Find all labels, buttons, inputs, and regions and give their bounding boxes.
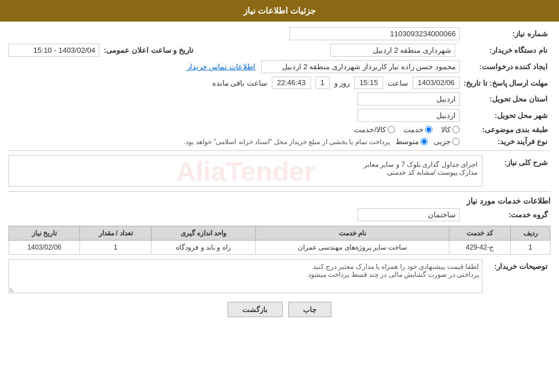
description-label: شرح کلی نیاز: [482, 155, 550, 167]
page-container: جزئیات اطلاعات نیاز شماره نیاز: 11030932… [0, 0, 559, 392]
city-label: شهر محل تحویل: [460, 111, 550, 120]
need-number-value: 1103093234000066 [289, 27, 460, 40]
purchase-motavasset[interactable]: متوسط [396, 137, 428, 146]
divider-2 [9, 191, 550, 192]
announce-date-group: تاریخ و ساعت اعلان عمومی: 1403/02/04 - 1… [9, 44, 196, 57]
cell-qty: 1 [80, 241, 151, 255]
cell-date: 1403/02/06 [9, 241, 80, 255]
deadline-label: مهلت ارسال پاسخ: تا تاریخ: [460, 79, 550, 87]
description-box: اجرای جداول گذاری بلوک 7 و سایر معابر مد… [9, 155, 482, 187]
buyer-org-value: شهرداری منطقه 2 اردبیل [330, 44, 455, 57]
creator-row: ایجاد کننده درخواست: محمود حسن زاده نیار… [9, 60, 550, 73]
col-qty: تعداد / مقدار [80, 226, 151, 241]
service-group-label: گروه خدمت: [460, 210, 550, 219]
services-title: اطلاعات خدمات مورد نیاز [9, 196, 550, 205]
city-value: اردبیل [358, 109, 460, 122]
creator-value: محمود حسن زاده نیار کاربرداز شهرداری منط… [261, 60, 460, 73]
cell-row: 1 [511, 241, 550, 255]
buyer-org-label: نام دستگاه خریدار: [460, 46, 550, 54]
deadline-datetime: 1403/02/06 ساعت 15:15 روز و 1 22:46:43 س… [212, 77, 460, 89]
contact-link[interactable]: اطلاعات تماس خریدار [187, 62, 255, 71]
cell-unit: راه و باند و فرودگاه [151, 241, 255, 255]
time-label: ساعت [388, 79, 408, 87]
notes-textarea[interactable] [9, 259, 482, 293]
creator-label: ایجاد کننده درخواست: [460, 62, 550, 71]
category-both-label: کالا/خدمت [354, 125, 386, 134]
page-header: جزئیات اطلاعات نیاز [0, 0, 559, 22]
remaining-label: ساعت باقی مانده [212, 79, 267, 87]
province-value: اردبیل [358, 92, 460, 106]
need-number-row: شماره نیاز: 1103093234000066 [9, 27, 550, 40]
description-row: شرح کلی نیاز: اجرای جداول گذاری بلوک 7 و… [9, 155, 550, 187]
purchase-type-info: پرداخت تمام یا بخشی از مبلغ خریداز محل "… [184, 138, 390, 146]
col-unit: واحد اندازه گیری [151, 226, 255, 241]
purchase-jozi[interactable]: جزیی [434, 137, 460, 146]
services-table: ردیف کد خدمت نام خدمت واحد اندازه گیری ت… [9, 226, 550, 255]
col-row: ردیف [511, 226, 550, 241]
cell-code: ج-42-429 [449, 241, 510, 255]
table-row: 1ج-42-429ساخت سایر پروژه‌های مهندسی عمرا… [9, 241, 550, 255]
purchase-type-label: نوع فرآیند خرید: [460, 137, 550, 146]
page-title: جزئیات اطلاعات نیاز [243, 6, 316, 15]
description-line1: اجرای جداول گذاری بلوک 7 و سایر معابر [14, 161, 477, 168]
purchase-motavasset-label: متوسط [396, 137, 419, 146]
province-row: استان محل تحویل: اردبیل [9, 92, 550, 106]
category-label: طبقه بندی موضوعی: [460, 125, 550, 134]
service-group-value: ساختمان [358, 208, 460, 221]
announce-date-label: تاریخ و ساعت اعلان عمومی: [104, 46, 196, 54]
buyer-org-group: نام دستگاه خریدار: شهرداری منطقه 2 اردبی… [330, 44, 550, 57]
button-bar: چاپ بازگشت [9, 302, 550, 317]
print-button[interactable]: چاپ [288, 302, 331, 317]
city-row: شهر محل تحویل: اردبیل [9, 109, 550, 122]
col-code: کد خدمت [449, 226, 510, 241]
day-label: روز و [334, 79, 350, 87]
category-option-kala-khedmat[interactable]: کالا/خدمت [354, 125, 395, 134]
remaining-time: 22:46:43 [272, 77, 311, 89]
response-date: 1403/02/06 [413, 77, 460, 89]
main-content: شماره نیاز: 1103093234000066 نام دستگاه … [0, 22, 559, 328]
notes-label: توصیحات خریدار: [482, 259, 550, 271]
buyer-org-announce-row: نام دستگاه خریدار: شهرداری منطقه 2 اردبی… [9, 44, 550, 57]
category-row: طبقه بندی موضوعی: کالا خدمت کالا/خدمت [9, 125, 550, 134]
cell-name: ساخت سایر پروژه‌های مهندسی عمران [256, 241, 449, 255]
province-label: استان محل تحویل: [460, 95, 550, 103]
announce-date-value: 1403/02/04 - 15:10 [9, 44, 99, 57]
notes-row: توصیحات خریدار: [9, 259, 550, 293]
response-time: 15:15 [354, 77, 383, 89]
category-option-kala[interactable]: کالا [441, 125, 460, 134]
category-kala-label: کالا [441, 125, 451, 134]
purchase-type-row: نوع فرآیند خرید: جزیی متوسط پرداخت تمام … [9, 137, 550, 146]
response-day: 1 [316, 77, 330, 89]
description-line2: مدارک پیوست /مشابه کد خدمتی [14, 168, 477, 176]
category-option-khedmat[interactable]: خدمت [404, 125, 432, 134]
service-group-row: گروه خدمت: ساختمان [9, 208, 550, 221]
col-date: تاریخ نیاز [9, 226, 80, 241]
table-header-row: ردیف کد خدمت نام خدمت واحد اندازه گیری ت… [9, 226, 550, 241]
col-name: نام خدمت [256, 226, 449, 241]
back-button[interactable]: بازگشت [228, 302, 283, 317]
need-number-label: شماره نیاز: [460, 29, 550, 38]
deadline-row: مهلت ارسال پاسخ: تا تاریخ: 1403/02/06 سا… [9, 77, 550, 89]
category-khedmat-label: خدمت [404, 125, 423, 134]
category-radio-group: کالا خدمت کالا/خدمت [354, 125, 460, 134]
purchase-jozi-label: جزیی [434, 137, 451, 146]
divider-1 [9, 150, 550, 151]
purchase-type-group: جزیی متوسط پرداخت تمام یا بخشی از مبلغ خ… [184, 137, 460, 146]
